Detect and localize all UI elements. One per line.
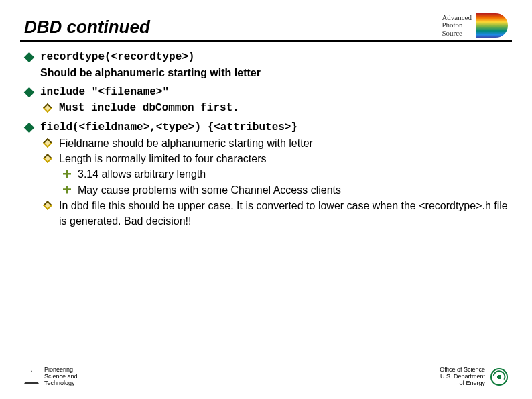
desc-text: Should be alphanumeric starting with let… <box>40 65 512 80</box>
aps-logo: Advanced Photon Source <box>442 13 512 38</box>
sub-bullet-item: Length is normally limited to four chara… <box>44 151 512 198</box>
footer-line: of Energy <box>440 380 485 387</box>
sub-text: Fieldname should be alphanumeric startin… <box>59 135 512 151</box>
footer-right-text: Office of Science U.S. Department of Ene… <box>440 367 485 387</box>
footer-left: Pioneering Science and Technology <box>24 367 78 387</box>
bullet-item: include "<filename>" Must include dbComm… <box>25 84 512 115</box>
content: recordtype(<recordtype>) Should be alpha… <box>20 50 512 361</box>
footer: Pioneering Science and Technology Office… <box>21 361 511 399</box>
diamond-outline-icon <box>44 198 59 209</box>
footer-right: Office of Science U.S. Department of Ene… <box>440 367 508 387</box>
sub-text: Must include dbCommon first. <box>59 101 512 116</box>
doe-logo-icon <box>490 368 508 386</box>
sub-text: Length is normally limited to four chara… <box>59 151 512 166</box>
aps-logo-line3: Source <box>442 30 472 38</box>
slide-title: DBD continued <box>20 17 150 38</box>
sub-sub-bullet-item: 3.14 allows arbitrary length <box>63 166 512 182</box>
header: DBD continued Advanced Photon Source <box>20 13 512 38</box>
diamond-icon <box>25 84 40 96</box>
diamond-icon <box>25 120 40 131</box>
sub-bullet-item: In dbd file this should be upper case. I… <box>44 198 512 229</box>
sub-sub-text: May cause problems with some Channel Acc… <box>78 182 512 198</box>
code-text: include "<filename>" <box>40 84 512 100</box>
sub-text: In dbd file this should be upper case. I… <box>59 198 512 229</box>
header-divider <box>20 40 512 42</box>
diamond-outline-icon <box>44 101 59 111</box>
sub-bullet-item: Must include dbCommon first. <box>44 101 512 116</box>
sub-sub-text: 3.14 allows arbitrary length <box>78 166 512 182</box>
bullet-item: recordtype(<recordtype>) Should be alpha… <box>25 50 512 80</box>
diamond-icon <box>25 50 40 61</box>
rainbow-icon <box>476 13 508 38</box>
triangle-logo-icon <box>24 370 39 384</box>
aps-logo-text: Advanced Photon Source <box>442 14 472 38</box>
cross-icon <box>63 182 78 194</box>
footer-left-text: Pioneering Science and Technology <box>44 367 78 387</box>
footer-line: Technology <box>44 380 78 387</box>
sub-sub-bullet-item: May cause problems with some Channel Acc… <box>63 182 512 198</box>
code-text: recordtype(<recordtype>) <box>40 50 512 65</box>
slide: DBD continued Advanced Photon Source rec… <box>0 0 532 399</box>
diamond-outline-icon <box>44 135 59 146</box>
bullet-list: recordtype(<recordtype>) Should be alpha… <box>25 50 512 229</box>
cross-icon <box>63 166 78 178</box>
sub-bullet-item: Fieldname should be alphanumeric startin… <box>44 135 512 151</box>
bullet-item: field(<fieldname>,<type>) {<attributes>}… <box>25 120 512 229</box>
diamond-outline-icon <box>44 151 59 162</box>
code-text: field(<fieldname>,<type>) {<attributes>} <box>40 120 512 135</box>
